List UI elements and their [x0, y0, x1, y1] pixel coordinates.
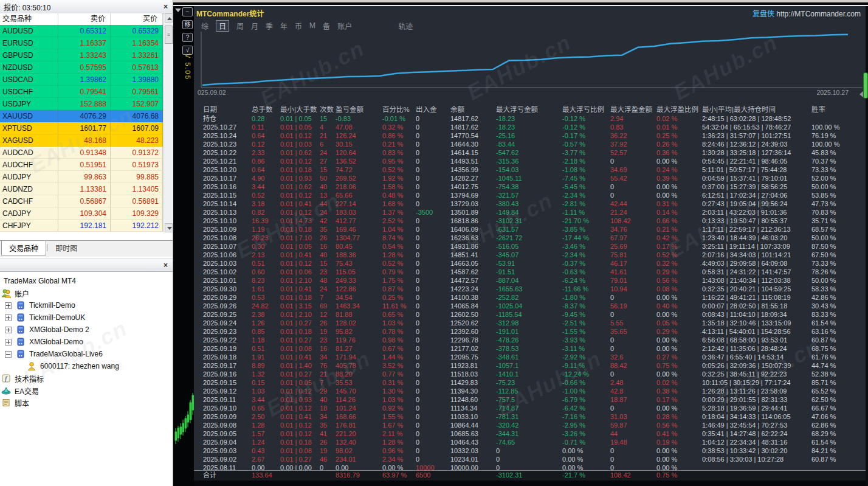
menu-item-0[interactable]: 综 [201, 21, 208, 31]
cell: 5:28:18 | 19:36:59 | 29:44:41 [702, 404, 811, 412]
menu-item-7[interactable]: M [309, 21, 315, 30]
quote-row[interactable]: XAGUSD48.16848.223 [0, 134, 163, 147]
cell: 2025.10.10 [203, 217, 252, 225]
total-cell: 8316.79 [336, 471, 382, 479]
total-cell [320, 471, 336, 479]
quotes-col-sell[interactable]: 卖价 [58, 13, 111, 25]
tree-item-ea[interactable]: EA交易 [0, 384, 173, 397]
quote-row[interactable]: EURUSD1.163371.16354 [0, 37, 163, 49]
broker-root-label[interactable]: TradeMax Global MT4 [4, 277, 76, 285]
cell: 85.71 % [811, 378, 866, 387]
cell: -1655.63 [496, 285, 562, 293]
close-icon[interactable]: × [162, 261, 169, 269]
collapse-icon[interactable] [5, 351, 12, 358]
cell: -74.65 [496, 438, 562, 446]
menu-item-8[interactable]: 备 [323, 21, 330, 31]
quote-row[interactable]: NZDUSD0.575950.57613 [0, 61, 163, 74]
tree-item-server[interactable]: Tickmill-Demo [0, 299, 173, 311]
edge-scrollbar-thumb[interactable] [863, 72, 868, 99]
tab-tick-chart[interactable]: 即时图 [48, 241, 84, 255]
tree-item-account[interactable]: 6000117: zhezhen wang [0, 360, 173, 372]
quote-sell-price: 0.65312 [58, 25, 111, 37]
quotes-col-buy[interactable]: 买价 [111, 13, 163, 25]
menu-item-5[interactable]: 年 [280, 21, 288, 31]
tab-symbols[interactable]: 交易品种 [1, 241, 46, 255]
cell: 2025.09.10 [203, 404, 252, 412]
quote-row[interactable]: CADCHF0.568670.56891 [0, 195, 163, 207]
cell: 0 [416, 429, 450, 438]
expand-icon[interactable] [5, 339, 12, 345]
table-row: 2025.10.030.510.01 | 0.121575.430.52 %01… [194, 259, 866, 268]
menu-item-4[interactable]: 季 [266, 21, 273, 31]
tree-item-label: TradeMaxGlobal-Live6 [26, 350, 103, 358]
cell: 10332.03 [450, 446, 496, 455]
tree-item-server[interactable]: Tickmill-DemoUK [0, 311, 173, 324]
quote-row[interactable]: CADJPY109.304109.329 [0, 207, 163, 220]
scrollbar-thumb[interactable]: ≡ [165, 26, 173, 44]
quote-row[interactable]: GBPUSD1.332431.33261 [0, 49, 163, 61]
menu-item-track[interactable]: 轨迹 [398, 21, 413, 31]
quote-row[interactable]: AUDCHF0.519510.51973 [0, 159, 163, 171]
quote-row[interactable]: AUDJPY99.86399.885 [0, 171, 163, 183]
cell: 0 [416, 412, 450, 421]
quote-row[interactable]: CHFJPY192.181192.212 [0, 220, 163, 232]
quote-row[interactable]: XAUUSD4076.294076.68 [0, 110, 163, 122]
table-row: 2025.10.163.440.01 | 0.6240218.061.58 %0… [194, 182, 866, 191]
total-cell [280, 471, 320, 479]
scroll-up-icon[interactable] [165, 13, 173, 23]
panel-collapse-icon[interactable] [859, 91, 863, 97]
tree-item-accounts[interactable]: 账户 [0, 287, 173, 299]
cell: 52.00 % [811, 174, 866, 182]
quote-row[interactable]: USDCAD1.398621.39880 [0, 74, 163, 86]
menu-item-2[interactable]: 周 [236, 21, 244, 31]
quote-row[interactable]: AUDCAD0.913480.91372 [0, 147, 163, 159]
scroll-down-icon[interactable] [165, 223, 173, 232]
minimize-button[interactable]: − [182, 7, 193, 16]
brand-link[interactable]: 复盘侠 http://MTCommander.com [753, 8, 861, 18]
chart-axis-labels: 025.09.02 2025.10.27 [194, 89, 866, 99]
menu-item-1[interactable]: 日 [216, 20, 229, 32]
expand-icon[interactable] [5, 327, 12, 333]
cell: 11134.34 [450, 404, 496, 412]
collapse-arrow-icon[interactable] [175, 9, 181, 12]
menu-item-9[interactable]: 账户 [337, 21, 352, 31]
quote-row[interactable]: USDJPY152.888152.907 [0, 98, 163, 110]
tree-item-root[interactable]: TradeMax Global MT4 [0, 275, 173, 287]
cell: 1:36:23 | 31:57:07 | 101:27:51 [702, 131, 811, 140]
menu-item-3[interactable]: 月 [251, 21, 258, 31]
cell: 1:35:18 | 32:10:46 | 133:15:09 [702, 319, 811, 327]
cell: 0.01 | 0.12 [280, 208, 320, 217]
cell: 31.03 [610, 412, 656, 421]
cell: 171.94 [336, 353, 382, 361]
quote-row[interactable]: XPTUSD1601.771607.09 [0, 122, 163, 134]
move-button[interactable]: 移 [182, 20, 193, 29]
tree-item-script[interactable]: 脚本 [0, 397, 173, 409]
cell: 0.01 | 0.12 [280, 131, 320, 140]
quote-row[interactable]: USDCHF0.795410.79561 [0, 86, 163, 98]
menu-item-6[interactable]: 币 [295, 21, 302, 31]
quote-row[interactable]: AUDNZD1.133811.13405 [0, 183, 163, 195]
tree-item-indicator[interactable]: f技术指标 [0, 372, 173, 384]
close-icon[interactable]: × [162, 2, 169, 11]
help-button[interactable]: ? [182, 33, 193, 42]
cell: -312.98 [496, 319, 562, 327]
cell: -25.16 [496, 131, 562, 140]
cell: 48 [320, 276, 336, 285]
cell: 50 [320, 174, 336, 182]
tree-item-server[interactable]: XMGlobal-Demo [0, 336, 173, 348]
total-cell: 133.64 [252, 471, 280, 479]
quotes-scrollbar[interactable]: ≡ [164, 13, 173, 232]
expand-icon[interactable] [5, 314, 12, 321]
cell: -1.11 % [562, 208, 610, 217]
table-row: 2025.10.174.900.01 | 0.9350269.521.92 %0… [194, 174, 866, 182]
tree-item-server[interactable]: TradeMaxGlobal-Live6 [0, 348, 173, 360]
cell: 15 [320, 165, 336, 174]
cell: 2025.10.09 [203, 225, 252, 234]
cell: 0.01 | 0.08 [280, 344, 320, 353]
table-row: 2025.09.241.260.01 | 0.2726128.021.03 %0… [194, 319, 866, 327]
expand-icon[interactable] [5, 302, 12, 309]
quote-row[interactable]: AUDUSD0.653120.65329 [0, 25, 163, 37]
quotes-col-symbol[interactable]: 交易品种 [0, 13, 58, 25]
cell: 24 [320, 285, 336, 293]
tree-item-server[interactable]: XMGlobal-Demo 2 [0, 324, 173, 336]
